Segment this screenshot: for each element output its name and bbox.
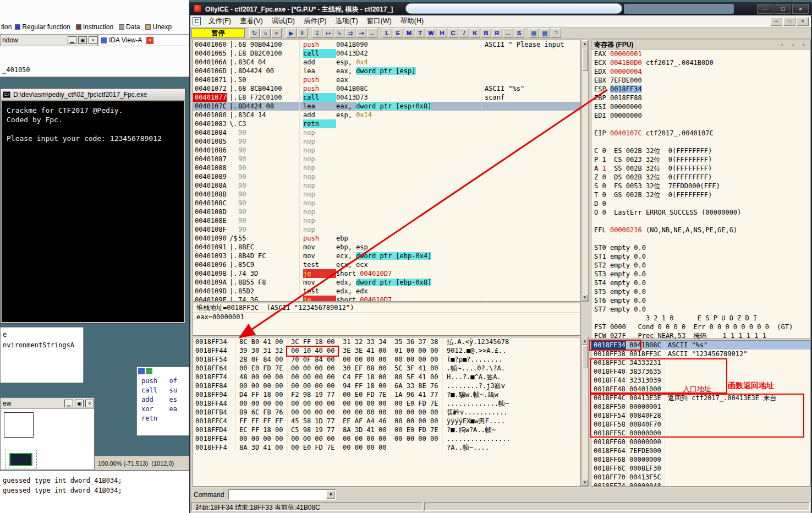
register-line[interactable]: C 0 ES 002B 32位 0(FFFFFFFF) <box>591 146 810 155</box>
dump-row[interactable]: 0018FF6400 E0 FD 7E00 00 00 0030 EF 08 0… <box>193 364 580 373</box>
disasm-row[interactable]: 00401065|.E8 D82C0100call00413D42 <box>193 49 580 58</box>
mdi-minimize-button[interactable]: ─ <box>770 17 782 26</box>
tool-letter-E[interactable]: E <box>393 28 403 38</box>
stack-row[interactable]: 0018FF5C00000000 <box>591 429 810 438</box>
step-back-icon[interactable]: « <box>260 28 271 38</box>
dump-row[interactable]: 0018FFE400 00 00 0000 00 00 0000 00 00 0… <box>193 434 580 443</box>
tool-letter-W[interactable]: W <box>426 28 436 38</box>
register-line[interactable]: A 1 SS 002B 32位 0(FFFFFFFF) <box>591 164 810 173</box>
register-line[interactable]: EIP 0040107C ctf2017_.0040107C <box>591 129 810 138</box>
step-into-icon[interactable]: ↧ <box>312 28 322 38</box>
disasm-row[interactable]: 0040108F90nop <box>193 225 580 234</box>
register-line[interactable]: D 0 <box>591 199 810 208</box>
minimize-icon[interactable]: ▁ <box>68 36 76 44</box>
register-line[interactable]: 3 2 1 0 E S P U O Z D I <box>591 314 810 323</box>
disasm-row[interactable]: 0040108990nop <box>193 172 580 181</box>
registers-pane[interactable]: 寄存器 (FPU) ‹‹› EAX 00000001ECX 0041B0D0 c… <box>591 40 811 339</box>
goto-eip-icon[interactable]: → <box>367 28 377 38</box>
disasm-row[interactable]: 0040106A|.83C4 04addesp, 0x4 <box>193 58 580 67</box>
dump-row[interactable]: 0018FFA400 00 00 0000 00 00 0000 00 00 0… <box>193 399 580 408</box>
restore-icon[interactable]: ▣ <box>78 36 87 44</box>
pause-status-button[interactable]: 暂停 <box>191 28 245 38</box>
dump-row[interactable]: 0018FFC4FF FF FF FF45 58 1D 77EE AF A4 4… <box>193 417 580 425</box>
menu-选项(T)[interactable]: 选项(T) <box>331 15 363 27</box>
dump-row[interactable]: 0018FF4439 30 31 3200 10 40 003E 3E 41 0… <box>193 346 580 355</box>
windows-layout-icon[interactable]: ▦ <box>529 28 539 38</box>
disasm-row[interactable]: 0040108890nop <box>193 163 580 172</box>
stack-row[interactable]: 0018FF647EFDE000 <box>591 446 810 455</box>
register-line[interactable]: ST0 empty 0.0 <box>591 243 810 252</box>
register-line[interactable]: EAX 00000001 <box>591 50 810 58</box>
dump-row[interactable]: 0018FF94D4 FF 18 00F2 98 19 7700 E0 FD 7… <box>193 390 580 399</box>
restore-icon[interactable]: ▣ <box>75 400 84 407</box>
stack-row[interactable]: 0018FF5400840F28 <box>591 411 810 420</box>
register-line[interactable]: FCW 027F Prec NEAR,53 掩码 1 1 1 1 1 1 <box>591 331 810 339</box>
scroll-thumb[interactable] <box>582 48 588 71</box>
minimize-button[interactable]: ─ <box>757 4 773 14</box>
register-line[interactable]: ESP 0018FF34 <box>591 85 810 94</box>
scroll-up-icon[interactable]: ▲ <box>581 40 588 47</box>
disasm-row[interactable]: 0040108490nop <box>193 128 580 137</box>
register-line[interactable]: ST4 empty 0.0 <box>591 279 810 287</box>
register-line[interactable] <box>591 217 810 226</box>
menu-帮助(H)[interactable]: 帮助(H) <box>396 15 428 27</box>
mdi-restore-button[interactable]: □ <box>783 17 795 26</box>
disasm-row[interactable]: 00401060|.68 90B04100push0041B090ASCII "… <box>193 40 580 49</box>
register-line[interactable]: Z 0 DS 002B 32位 0(FFFFFFFF) <box>591 173 810 182</box>
register-line[interactable] <box>591 138 810 146</box>
register-line[interactable]: EBP 0018FF88 <box>591 94 810 102</box>
overview-canvas[interactable] <box>1 409 94 470</box>
disasm-row[interactable]: 0040108590nop <box>193 137 580 146</box>
disasm-row[interactable]: 0040109D|.85D2testedx, edx <box>193 287 580 296</box>
tool-letter-/[interactable]: / <box>459 28 469 38</box>
stack-row[interactable]: 0018FF4432313039 <box>591 376 810 385</box>
disasm-row[interactable]: 00401098|.74 3Djeshort 004010D7 <box>193 269 580 278</box>
dump-row[interactable]: 0018FFB4B9 6C FB 7600 00 00 0000 00 00 0… <box>193 408 580 417</box>
register-line[interactable]: ST7 empty 0.0 <box>591 305 810 314</box>
register-line[interactable] <box>591 120 810 129</box>
maximize-button[interactable]: □ <box>775 4 791 14</box>
disasm-row[interactable]: 0040108E90nop <box>193 216 580 225</box>
stack-row[interactable]: 0018FF5800840F70 <box>591 420 810 429</box>
dump-row[interactable]: 0018FF5428 0F 84 0070 0F 84 0000 00 00 0… <box>193 355 580 364</box>
disasm-row[interactable]: 00401096|.85C9testecx, ecx <box>193 260 580 269</box>
tool-letter-R[interactable]: R <box>492 28 502 38</box>
register-line[interactable]: ST6 empty 0.0 <box>591 296 810 305</box>
disasm-row[interactable]: 00401091|.8BECmovebp, esp <box>193 243 580 252</box>
disassembly-scrollbar[interactable]: ▲ ▼ <box>581 40 589 302</box>
register-line[interactable]: O 0 LastErr ERROR_SUCCESS (00000000) <box>591 208 810 217</box>
tool-letter-S[interactable]: S <box>514 28 524 38</box>
restart-icon[interactable]: ↻ <box>249 28 260 38</box>
menu-窗口(W)[interactable]: 窗口(W) <box>363 15 396 27</box>
overview-titlebar[interactable]: ew ▁ ▣ × <box>1 398 94 409</box>
scroll-up-icon[interactable]: ▲ <box>581 337 588 345</box>
names-item[interactable]: nvironmentStringsA <box>3 340 83 351</box>
scroll-down-icon[interactable]: ▼ <box>581 294 588 301</box>
dump-row[interactable]: 0018FFF48A 3D 41 0000 E0 FD 7E00 00 00 0… <box>193 443 580 452</box>
disasm-row[interactable]: 00401093|.8B4D FCmovecx, dword ptr [ebp-… <box>193 252 580 260</box>
animate-over-icon[interactable]: ⇉ <box>345 28 355 38</box>
register-line[interactable]: EDX 00000004 <box>591 67 810 76</box>
disasm-row[interactable]: 0040108790nop <box>193 155 580 163</box>
stack-row[interactable]: 0018FF4038373635 <box>591 367 810 376</box>
menu-文件(F)[interactable]: 文件(F) <box>204 15 235 27</box>
execute-till-return-icon[interactable]: ⇥ <box>356 28 366 38</box>
tool-letter-C[interactable]: C <box>448 28 458 38</box>
tool-letter-K[interactable]: K <box>470 28 480 38</box>
dump-row[interactable]: 0018FFD4EC FF 18 00C5 98 19 778A 3D 41 0… <box>193 425 580 434</box>
register-line[interactable]: EFL 00000216 (NO,NB,NE,A,NS,PE,GE,G) <box>591 226 810 234</box>
disasm-row[interactable]: 0040108A90nop <box>193 181 580 190</box>
register-line[interactable]: ECX 0041B0D0 ctf2017_.0041B0D0 <box>591 58 810 67</box>
minimize-icon[interactable]: ▁ <box>64 400 73 407</box>
disasm-row[interactable]: 0040106D|.8D4424 00leaeax, dword ptr [es… <box>193 67 580 75</box>
titlebar[interactable]: OllyICE - ctf2017_Fpc.exe - [*G.P.U* - 主… <box>190 2 811 15</box>
stack-row[interactable]: 0018FF3C34333231 <box>591 358 810 367</box>
register-line[interactable]: ST5 empty 0.0 <box>591 287 810 296</box>
register-line[interactable]: P 1 CS 0023 32位 0(FFFFFFFF) <box>591 155 810 164</box>
registers-pane-arrow-icon[interactable]: › <box>803 41 805 48</box>
mdi-close-button[interactable]: × <box>797 17 809 26</box>
disasm-row[interactable]: 00401071|.50pusheax <box>193 75 580 84</box>
register-line[interactable] <box>591 234 810 243</box>
register-line[interactable]: ST1 empty 0.0 <box>591 252 810 261</box>
disasm-row[interactable]: 0040108B90nop <box>193 190 580 199</box>
